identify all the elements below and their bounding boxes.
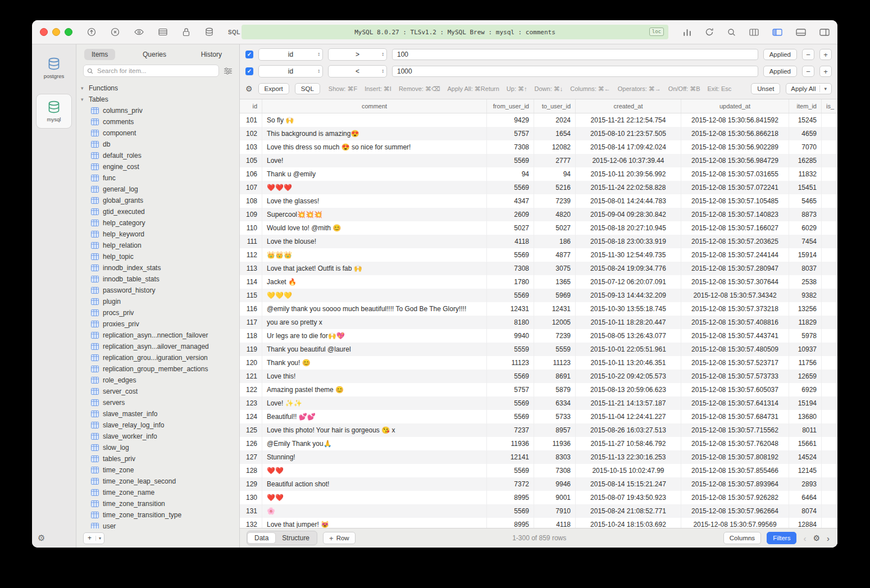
cell-id[interactable]: 129 bbox=[240, 477, 262, 491]
cell-updated_at[interactable]: 2015-12-08 15:30:57.99569 bbox=[681, 518, 789, 528]
sidebar-table-db[interactable]: db bbox=[81, 139, 239, 150]
cell-updated_at[interactable]: 2015-12-08 15:30:56.866218 bbox=[681, 127, 789, 140]
open-sql-button[interactable]: SQL bbox=[228, 27, 240, 37]
cell-created_at[interactable]: 2015-11-30 12:54:49.735 bbox=[576, 248, 681, 262]
cell-to_user_id[interactable]: 4877 bbox=[534, 248, 576, 262]
cell-updated_at[interactable]: 2015-12-08 15:30:57.072241 bbox=[681, 181, 789, 194]
cell-item_id[interactable]: 11756 bbox=[789, 356, 822, 370]
sidebar-table-columns_priv[interactable]: columns_priv bbox=[81, 105, 239, 116]
refresh-icon[interactable] bbox=[705, 27, 714, 37]
sidebar-table-tables_priv[interactable]: tables_priv bbox=[81, 453, 239, 464]
sidebar-table-global_grants[interactable]: global_grants bbox=[81, 195, 239, 206]
cell-item_id[interactable]: 15245 bbox=[789, 113, 822, 127]
column-header-updated_at[interactable]: updated_at bbox=[681, 99, 789, 113]
table-row-131[interactable]: 131🌸556979102015-08-24 21:08:52.7712015-… bbox=[240, 504, 837, 518]
cell-to_user_id[interactable]: 12431 bbox=[534, 302, 576, 316]
column-header-item_id[interactable]: item_id bbox=[789, 99, 822, 113]
cell-id[interactable]: 128 bbox=[240, 464, 262, 477]
cell-created_at[interactable]: 2015-10-30 13:55:18.745 bbox=[576, 302, 681, 316]
filter-operator-select[interactable]: > ▲▼ bbox=[328, 48, 387, 61]
toggle-left-panel-icon[interactable] bbox=[772, 27, 782, 37]
cell-to_user_id[interactable]: 11123 bbox=[534, 356, 576, 370]
column-header-id[interactable]: id bbox=[240, 99, 262, 113]
add-row-button[interactable]: + Row bbox=[323, 532, 356, 544]
cell-item_id[interactable]: 7454 bbox=[789, 235, 822, 248]
cell-updated_at[interactable]: 2015-12-08 15:30:57.926282 bbox=[681, 491, 789, 504]
cell-updated_at[interactable]: 2015-12-08 15:30:57.684731 bbox=[681, 410, 789, 423]
table-row-114[interactable]: 114Jacket 🔥178013652015-07-12 06:20:07.0… bbox=[240, 275, 837, 289]
cell-created_at[interactable]: 2015-08-18 20:27:10.945 bbox=[576, 221, 681, 235]
cell-is_[interactable] bbox=[822, 208, 837, 221]
cell-updated_at[interactable]: 2015-12-08 15:30:57.641314 bbox=[681, 396, 789, 410]
cell-updated_at[interactable]: 2015-12-08 15:30:57.408816 bbox=[681, 316, 789, 329]
sidebar-table-time_zone[interactable]: time_zone bbox=[81, 464, 239, 476]
cell-is_[interactable] bbox=[822, 113, 837, 127]
cell-created_at[interactable]: 2015-12-06 10:37:39.44 bbox=[576, 154, 681, 167]
cell-from_user_id[interactable]: 7308 bbox=[487, 262, 534, 275]
cell-id[interactable]: 118 bbox=[240, 329, 262, 343]
cell-id[interactable]: 108 bbox=[240, 194, 262, 208]
filters-button[interactable]: Filters bbox=[767, 532, 796, 544]
cell-comment[interactable]: Love the blouse! bbox=[262, 235, 487, 248]
sidebar-table-user[interactable]: user bbox=[81, 521, 239, 528]
table-row-113[interactable]: 113Love that jacket! Outfit is fab 🙌7308… bbox=[240, 262, 837, 275]
cell-comment[interactable]: Love this! bbox=[262, 370, 487, 383]
chevron-down-icon[interactable]: ▾ bbox=[95, 536, 104, 541]
cell-from_user_id[interactable]: 5569 bbox=[487, 154, 534, 167]
cell-id[interactable]: 124 bbox=[240, 410, 262, 423]
cell-comment[interactable]: 🌸 bbox=[262, 504, 487, 518]
table-row-101[interactable]: 101So fly 🙌942920242015-11-21 22:12:54.7… bbox=[240, 113, 837, 127]
cell-is_[interactable] bbox=[822, 289, 837, 302]
cell-comment[interactable]: Thank you! 😊 bbox=[262, 356, 487, 370]
sidebar-table-slave_master_info[interactable]: slave_master_info bbox=[81, 408, 239, 420]
table-row-129[interactable]: 129Beautiful action shot!737299462015-08… bbox=[240, 477, 837, 491]
cell-updated_at[interactable]: 2015-12-08 15:30:57.715562 bbox=[681, 423, 789, 437]
cell-from_user_id[interactable]: 4118 bbox=[487, 235, 534, 248]
table-row-132[interactable]: 132Love that jumper! 😻899541182015-10-24… bbox=[240, 518, 837, 528]
cell-comment[interactable]: So fly 🙌 bbox=[262, 113, 487, 127]
cell-to_user_id[interactable]: 1654 bbox=[534, 127, 576, 140]
table-row-109[interactable]: 109Supercool💥💥💥260948202015-09-04 09:28:… bbox=[240, 208, 837, 221]
column-header-from_user_id[interactable]: from_user_id bbox=[487, 99, 534, 113]
add-item-button[interactable]: + bbox=[84, 534, 95, 542]
cell-comment[interactable]: Love that jacket! Outfit is fab 🙌 bbox=[262, 262, 487, 275]
cell-from_user_id[interactable]: 8995 bbox=[487, 518, 534, 528]
cell-to_user_id[interactable]: 1365 bbox=[534, 275, 576, 289]
cell-from_user_id[interactable]: 5569 bbox=[487, 410, 534, 423]
cell-to_user_id[interactable]: 5027 bbox=[534, 221, 576, 235]
cell-item_id[interactable]: 8037 bbox=[789, 262, 822, 275]
cell-id[interactable]: 131 bbox=[240, 504, 262, 518]
cell-created_at[interactable]: 2015-09-04 09:28:30.842 bbox=[576, 208, 681, 221]
cell-comment[interactable]: Thank you beautiful @laurel bbox=[262, 343, 487, 356]
close-window-button[interactable] bbox=[40, 28, 48, 36]
table-row-105[interactable]: 105Love!556927772015-12-06 10:37:39.4420… bbox=[240, 154, 837, 167]
cell-created_at[interactable]: 2015-08-01 14:24:44.783 bbox=[576, 194, 681, 208]
cell-from_user_id[interactable]: 5757 bbox=[487, 127, 534, 140]
cell-item_id[interactable]: 7070 bbox=[789, 140, 822, 154]
cell-item_id[interactable]: 6929 bbox=[789, 383, 822, 396]
cell-created_at[interactable]: 2015-10-15 10:02:47.99 bbox=[576, 464, 681, 477]
cell-created_at[interactable]: 2015-08-07 19:43:50.923 bbox=[576, 491, 681, 504]
cell-is_[interactable] bbox=[822, 181, 837, 194]
cell-from_user_id[interactable]: 7308 bbox=[487, 140, 534, 154]
cell-comment[interactable]: 👑👑👑 bbox=[262, 248, 487, 262]
cell-item_id[interactable]: 8011 bbox=[789, 423, 822, 437]
search-icon[interactable] bbox=[727, 27, 736, 37]
cell-updated_at[interactable]: 2015-12-08 15:30:57.605037 bbox=[681, 383, 789, 396]
cell-from_user_id[interactable]: 5569 bbox=[487, 248, 534, 262]
cell-from_user_id[interactable]: 5559 bbox=[487, 343, 534, 356]
cell-from_user_id[interactable]: 8995 bbox=[487, 491, 534, 504]
cell-is_[interactable] bbox=[822, 275, 837, 289]
connection-postgres[interactable]: postgres bbox=[37, 51, 71, 85]
cell-comment[interactable]: Love! ✨✨ bbox=[262, 396, 487, 410]
cell-created_at[interactable]: 2015-10-01 22:05:51.961 bbox=[576, 343, 681, 356]
cell-id[interactable]: 123 bbox=[240, 396, 262, 410]
table-row-122[interactable]: 122Amazing pastel theme 😊575758792015-08… bbox=[240, 383, 837, 396]
cell-item_id[interactable]: 15661 bbox=[789, 437, 822, 450]
column-header-created_at[interactable]: created_at bbox=[576, 99, 681, 113]
cell-comment[interactable]: ❤️❤️ bbox=[262, 464, 487, 477]
table-row-118[interactable]: 118Ur legs are to die for🙌💖994072392015-… bbox=[240, 329, 837, 343]
cell-comment[interactable]: Love that jumper! 😻 bbox=[262, 518, 487, 528]
cell-id[interactable]: 113 bbox=[240, 262, 262, 275]
cell-created_at[interactable]: 2015-11-13 22:30:16.253 bbox=[576, 450, 681, 464]
